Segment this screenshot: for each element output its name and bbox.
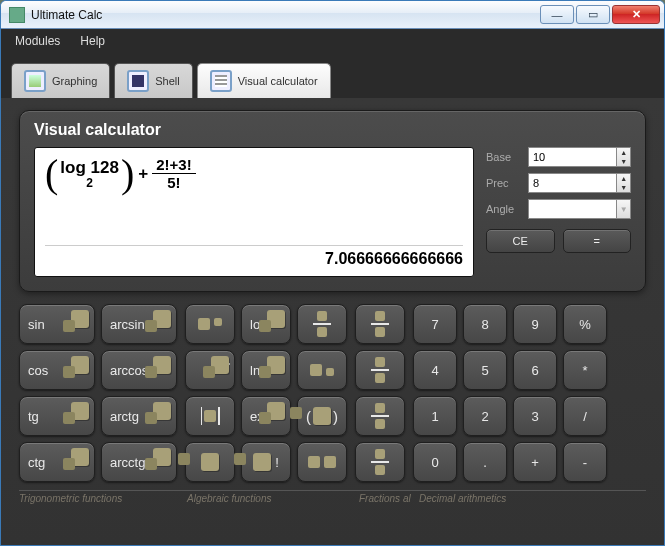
tab-label: Visual calculator: [238, 75, 318, 87]
power-key[interactable]: [185, 304, 235, 344]
prec-label: Prec: [486, 177, 520, 189]
arcsin-key[interactable]: arcsin: [101, 304, 177, 344]
trig-section: sin arcsin cos arccos tg arctg ctg arcct…: [19, 304, 177, 482]
base-input[interactable]: [528, 147, 617, 167]
subscript-key[interactable]: [297, 350, 347, 390]
close-paren-icon: ): [121, 160, 134, 188]
visual-calculator-panel: Visual calculator ( log 128 2 ) + 2!+3! …: [19, 110, 646, 292]
group-key[interactable]: [297, 442, 347, 482]
tab-graphing[interactable]: Graphing: [11, 63, 110, 98]
settings-panel: Base ▲▼ Prec ▲▼ Angle: [486, 147, 631, 277]
angle-select[interactable]: [528, 199, 617, 219]
equals-button[interactable]: =: [563, 229, 632, 253]
result-value: 7.06666666666666: [45, 245, 463, 268]
tab-visual-calculator[interactable]: Visual calculator: [197, 63, 331, 98]
key-2[interactable]: 2: [463, 396, 507, 436]
alg-label: Algebraic functions: [187, 490, 359, 504]
shell-icon: [127, 70, 149, 92]
key-4[interactable]: 4: [413, 350, 457, 390]
arctg-key[interactable]: arctg: [101, 396, 177, 436]
frac-label: Fractions al: [359, 490, 419, 504]
key-8[interactable]: 8: [463, 304, 507, 344]
log-key[interactable]: log: [241, 304, 291, 344]
titlebar[interactable]: Ultimate Calc — ▭ ✕: [1, 1, 664, 29]
prec-input[interactable]: [528, 173, 617, 193]
abs-key[interactable]: [185, 396, 235, 436]
tab-strip: Graphing Shell Visual calculator: [1, 53, 664, 98]
chevron-down-icon[interactable]: ▼: [617, 199, 631, 219]
menu-bar: Modules Help: [1, 29, 664, 53]
tab-shell[interactable]: Shell: [114, 63, 192, 98]
keypad: sin arcsin cos arccos tg arctg ctg arcct…: [19, 304, 646, 482]
key-7[interactable]: 7: [413, 304, 457, 344]
arccos-key[interactable]: arccos: [101, 350, 177, 390]
sqrt-key[interactable]: √: [185, 350, 235, 390]
key-1[interactable]: 1: [413, 396, 457, 436]
numeric-section: 7 8 9 % 4 5 6 * 1 2 3 / 0 . + -: [413, 304, 607, 482]
ctg-key[interactable]: ctg: [19, 442, 95, 482]
panel-title: Visual calculator: [34, 121, 631, 139]
key-0[interactable]: 0: [413, 442, 457, 482]
calculator-icon: [210, 70, 232, 92]
key-percent[interactable]: %: [563, 304, 607, 344]
exp-key[interactable]: exp: [241, 396, 291, 436]
num-label: Decimal arithmetics: [419, 490, 646, 504]
frac-template-3-key[interactable]: [355, 396, 405, 436]
angle-label: Angle: [486, 203, 520, 215]
key-5[interactable]: 5: [463, 350, 507, 390]
app-window: Ultimate Calc — ▭ ✕ Modules Help Graphin…: [0, 0, 665, 546]
key-3[interactable]: 3: [513, 396, 557, 436]
open-paren-icon: (: [45, 160, 58, 188]
base-label: Base: [486, 151, 520, 163]
ce-button[interactable]: CE: [486, 229, 555, 253]
sin-key[interactable]: sin: [19, 304, 95, 344]
expression-display[interactable]: ( log 128 2 ) + 2!+3! 5! 7.0666666666666…: [34, 147, 474, 277]
section-labels: Trigonometric functions Algebraic functi…: [19, 490, 646, 504]
key-divide[interactable]: /: [563, 396, 607, 436]
content-area: Visual calculator ( log 128 2 ) + 2!+3! …: [1, 98, 664, 545]
maximize-button[interactable]: ▭: [576, 5, 610, 24]
tab-label: Graphing: [52, 75, 97, 87]
app-icon: [9, 7, 25, 23]
frac-template-4-key[interactable]: [355, 442, 405, 482]
ln-key[interactable]: ln: [241, 350, 291, 390]
algebraic-section: log √ ln exp () !: [185, 304, 347, 482]
frac-template-2-key[interactable]: [355, 350, 405, 390]
prec-spinner[interactable]: ▲▼: [617, 173, 631, 193]
fraction-section: [355, 304, 405, 482]
key-6[interactable]: 6: [513, 350, 557, 390]
window-title: Ultimate Calc: [31, 8, 540, 22]
menu-modules[interactable]: Modules: [7, 31, 68, 51]
paren-key[interactable]: (): [297, 396, 347, 436]
expression: ( log 128 2 ) + 2!+3! 5!: [45, 156, 463, 191]
key-9[interactable]: 9: [513, 304, 557, 344]
minimize-button[interactable]: —: [540, 5, 574, 24]
placeholder-key[interactable]: [185, 442, 235, 482]
cos-key[interactable]: cos: [19, 350, 95, 390]
menu-help[interactable]: Help: [72, 31, 113, 51]
frac-template-1-key[interactable]: [355, 304, 405, 344]
tg-key[interactable]: tg: [19, 396, 95, 436]
arcctg-key[interactable]: arcctg: [101, 442, 177, 482]
trig-label: Trigonometric functions: [19, 490, 187, 504]
key-minus[interactable]: -: [563, 442, 607, 482]
key-plus[interactable]: +: [513, 442, 557, 482]
key-dot[interactable]: .: [463, 442, 507, 482]
base-spinner[interactable]: ▲▼: [617, 147, 631, 167]
factorial-key[interactable]: !: [241, 442, 291, 482]
graph-icon: [24, 70, 46, 92]
close-button[interactable]: ✕: [612, 5, 660, 24]
fraction-key[interactable]: [297, 304, 347, 344]
key-multiply[interactable]: *: [563, 350, 607, 390]
tab-label: Shell: [155, 75, 179, 87]
